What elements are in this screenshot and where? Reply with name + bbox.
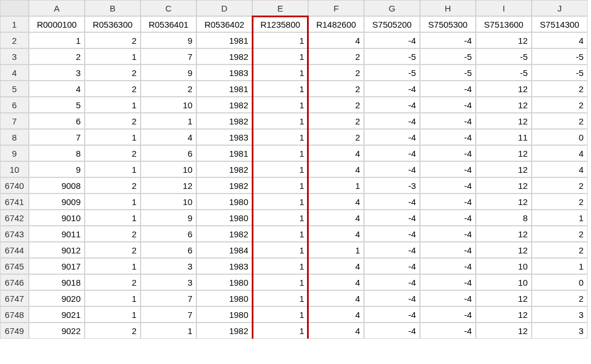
cell[interactable]: 2 bbox=[532, 81, 588, 97]
cell[interactable]: 12 bbox=[476, 290, 532, 306]
cell[interactable]: 4 bbox=[141, 129, 196, 145]
cell[interactable]: -4 bbox=[420, 306, 476, 323]
cell[interactable]: 12 bbox=[476, 194, 532, 210]
cell[interactable]: 1 bbox=[85, 129, 141, 145]
cell[interactable]: 1 bbox=[85, 161, 141, 177]
column-header-a[interactable]: A bbox=[29, 0, 85, 16]
cell[interactable]: 1 bbox=[85, 48, 141, 65]
column-header-h[interactable]: H bbox=[420, 0, 476, 16]
cell[interactable]: 4 bbox=[308, 323, 364, 339]
cell[interactable]: 9011 bbox=[29, 226, 85, 242]
cell[interactable]: 12 bbox=[476, 226, 532, 242]
cell[interactable]: 2 bbox=[532, 177, 588, 194]
row-header[interactable]: 7 bbox=[0, 113, 29, 129]
row-header[interactable]: 1 bbox=[0, 16, 29, 32]
cell[interactable]: 4 bbox=[308, 145, 364, 161]
cell[interactable]: 1 bbox=[141, 113, 196, 129]
cell[interactable]: 2 bbox=[532, 97, 588, 113]
cell[interactable]: 2 bbox=[532, 194, 588, 210]
cell[interactable]: 3 bbox=[141, 258, 196, 274]
select-all-corner[interactable] bbox=[0, 0, 29, 16]
cell[interactable]: 4 bbox=[308, 32, 364, 48]
cell[interactable]: 7 bbox=[141, 48, 196, 65]
row-header[interactable]: 6744 bbox=[0, 242, 29, 258]
cell[interactable]: 2 bbox=[532, 242, 588, 258]
cell[interactable]: 1 bbox=[252, 242, 308, 258]
cell[interactable]: 10 bbox=[141, 194, 196, 210]
cell[interactable]: 1 bbox=[532, 210, 588, 226]
cell[interactable]: 1 bbox=[252, 323, 308, 339]
cell[interactable]: 12 bbox=[476, 177, 532, 194]
cell[interactable]: 1 bbox=[141, 323, 196, 339]
cell[interactable]: -4 bbox=[420, 242, 476, 258]
cell[interactable]: -4 bbox=[420, 145, 476, 161]
cell[interactable]: 1981 bbox=[196, 145, 252, 161]
cell[interactable]: 1981 bbox=[196, 81, 252, 97]
cell[interactable]: -3 bbox=[364, 177, 420, 194]
cell[interactable]: 1 bbox=[85, 194, 141, 210]
cell[interactable]: 4 bbox=[532, 161, 588, 177]
cell[interactable]: 1980 bbox=[196, 210, 252, 226]
cell[interactable]: 1 bbox=[252, 81, 308, 97]
cell[interactable]: -4 bbox=[420, 113, 476, 129]
cell[interactable]: 3 bbox=[29, 65, 85, 81]
cell[interactable]: -4 bbox=[364, 290, 420, 306]
cell[interactable]: -4 bbox=[420, 97, 476, 113]
cell[interactable]: 2 bbox=[85, 242, 141, 258]
cell[interactable]: 2 bbox=[85, 113, 141, 129]
cell[interactable]: 6 bbox=[29, 113, 85, 129]
cell[interactable]: 2 bbox=[85, 32, 141, 48]
cell[interactable]: 1 bbox=[252, 48, 308, 65]
cell[interactable]: 9018 bbox=[29, 274, 85, 290]
cell[interactable]: 1 bbox=[252, 65, 308, 81]
row-header[interactable]: 6741 bbox=[0, 194, 29, 210]
cell[interactable]: 1982 bbox=[196, 97, 252, 113]
column-header-c[interactable]: C bbox=[141, 0, 196, 16]
cell[interactable]: 3 bbox=[141, 274, 196, 290]
cell[interactable]: -5 bbox=[420, 48, 476, 65]
cell[interactable]: -4 bbox=[420, 81, 476, 97]
cell[interactable]: 4 bbox=[308, 210, 364, 226]
cell[interactable]: -4 bbox=[420, 194, 476, 210]
cell[interactable]: -4 bbox=[420, 129, 476, 145]
row-header[interactable]: 4 bbox=[0, 65, 29, 81]
cell[interactable]: 6 bbox=[141, 242, 196, 258]
cell[interactable]: 2 bbox=[85, 177, 141, 194]
cell[interactable]: 1983 bbox=[196, 65, 252, 81]
cell[interactable]: 2 bbox=[85, 81, 141, 97]
cell[interactable]: 2 bbox=[29, 48, 85, 65]
cell[interactable]: 10 bbox=[141, 97, 196, 113]
cell[interactable]: 2 bbox=[85, 226, 141, 242]
cell[interactable]: 1 bbox=[29, 32, 85, 48]
row-header[interactable]: 10 bbox=[0, 161, 29, 177]
cell[interactable]: 8 bbox=[476, 210, 532, 226]
cell[interactable]: -5 bbox=[476, 65, 532, 81]
cell[interactable]: 4 bbox=[308, 226, 364, 242]
cell[interactable]: 4 bbox=[308, 290, 364, 306]
cell[interactable]: 1980 bbox=[196, 274, 252, 290]
cell[interactable]: -5 bbox=[420, 65, 476, 81]
column-header-b[interactable]: B bbox=[85, 0, 141, 16]
cell[interactable]: 4 bbox=[308, 194, 364, 210]
cell[interactable]: -4 bbox=[364, 226, 420, 242]
cell[interactable]: -4 bbox=[364, 97, 420, 113]
cell[interactable]: 9021 bbox=[29, 306, 85, 323]
cell[interactable]: 12 bbox=[476, 32, 532, 48]
cell[interactable]: 12 bbox=[141, 177, 196, 194]
cell[interactable]: 1983 bbox=[196, 129, 252, 145]
cell[interactable]: 5 bbox=[29, 97, 85, 113]
column-header-j[interactable]: J bbox=[532, 0, 588, 16]
cell[interactable]: 1 bbox=[85, 258, 141, 274]
row-header[interactable]: 5 bbox=[0, 81, 29, 97]
cell[interactable]: R0536300 bbox=[85, 16, 141, 32]
row-header[interactable]: 6746 bbox=[0, 274, 29, 290]
cell[interactable]: -5 bbox=[364, 48, 420, 65]
row-header[interactable]: 6747 bbox=[0, 290, 29, 306]
cell[interactable]: -4 bbox=[364, 306, 420, 323]
cell[interactable]: 1 bbox=[308, 177, 364, 194]
cell[interactable]: 7 bbox=[29, 129, 85, 145]
column-header-i[interactable]: I bbox=[476, 0, 532, 16]
row-header[interactable]: 9 bbox=[0, 145, 29, 161]
cell[interactable]: 1 bbox=[252, 129, 308, 145]
cell[interactable]: 0 bbox=[532, 129, 588, 145]
